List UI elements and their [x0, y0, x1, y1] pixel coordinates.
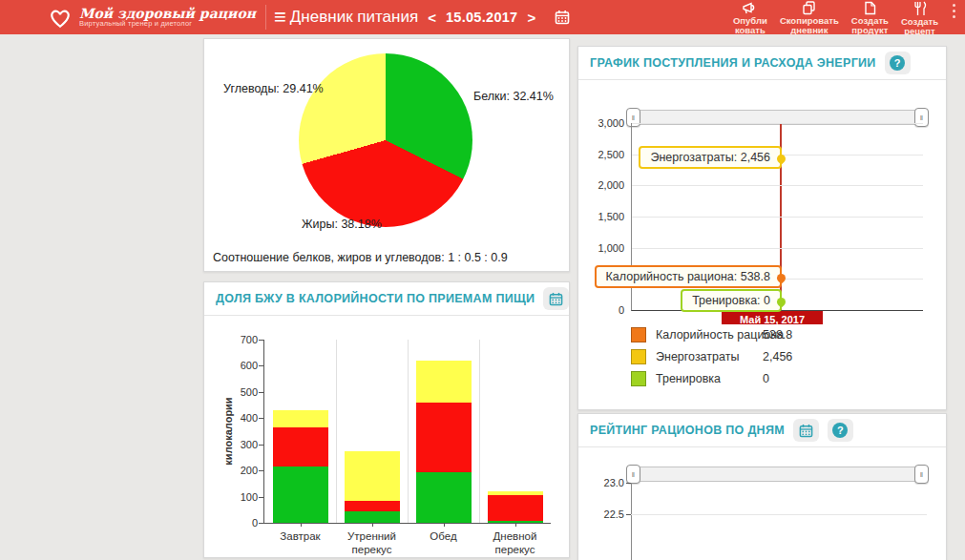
legend-swatch: [631, 349, 646, 364]
more-options-kebab-icon[interactable]: [953, 1, 955, 20]
legend-label: Тренировка: [656, 372, 721, 385]
y-tick-label: 600: [220, 360, 258, 371]
bar-segment-Жиры: [488, 495, 543, 521]
legend-row: Энергозатраты2,456: [631, 345, 889, 367]
legend-swatch: [631, 371, 646, 386]
legend-value: 0: [763, 372, 769, 385]
bju-by-meal-card: ДОЛЯ БЖУ В КАЛОРИЙНОСТИ ПО ПРИЕМАМ ПИЩИ …: [203, 281, 570, 558]
bju-by-meal-header: ДОЛЯ БЖУ В КАЛОРИЙНОСТИ ПО ПРИЕМАМ ПИЩИ …: [204, 282, 569, 316]
calendar-icon[interactable]: [793, 419, 819, 442]
energy-gridline: [632, 248, 923, 249]
megaphone-icon: [742, 1, 759, 15]
bar-segment-Жиры: [273, 427, 328, 467]
create-recipe-button[interactable]: Создать рецепт: [901, 1, 938, 37]
y-tick-label: 100: [220, 491, 258, 503]
bar-gridline: [479, 340, 480, 523]
bar-segment-Углеводы: [345, 451, 400, 501]
rating-header: РЕЙТИНГ РАЦИОНОВ ПО ДНЯМ ?: [578, 414, 946, 447]
calendar-icon[interactable]: [555, 10, 570, 25]
y-tick-label: 0: [220, 517, 258, 529]
x-tick: [301, 523, 302, 527]
cutlery-icon: [913, 1, 927, 16]
y-tick-label: 400: [220, 412, 258, 424]
bar-segment-Белки: [345, 511, 400, 523]
energy-header: ГРАФИК ПОСТУПЛЕНИЯ И РАСХОДА ЭНЕРГИИ ?: [578, 47, 946, 80]
rating-y-axis: [631, 483, 632, 560]
publish-label: Опубли ковать: [733, 16, 767, 36]
pie-label-fat: Жиры: 38.18%: [302, 218, 382, 231]
copy-diary-label: Скопировать дневник: [780, 16, 839, 36]
pie-label-protein: Белки: 32.41%: [473, 90, 554, 103]
legend-value: 538.8: [763, 328, 792, 342]
y-tick: [259, 523, 263, 524]
bar-segment-Жиры: [345, 501, 400, 511]
bar-gridline: [336, 340, 337, 523]
heart-logo-icon: [48, 6, 73, 29]
rating-range-slider[interactable]: ‖ ‖: [626, 467, 929, 482]
help-button[interactable]: ?: [828, 419, 853, 442]
slider-handle-right[interactable]: ‖: [914, 465, 929, 484]
bar-segment-Углеводы: [416, 361, 472, 403]
pie-ratio-note: Соотношение белков, жиров и углеводов: 1…: [213, 251, 508, 264]
energy-gridline: [632, 217, 923, 218]
current-date[interactable]: 15.05.2017: [446, 10, 518, 25]
y-tick: [259, 418, 263, 419]
x-category-label: Дневной перекус: [479, 529, 551, 557]
publish-button[interactable]: Опубли ковать: [733, 1, 767, 36]
y-tick-label: 2,500: [584, 149, 624, 160]
y-tick-label: 200: [220, 465, 258, 476]
meal-bar[interactable]: [345, 451, 400, 523]
x-tick: [444, 523, 445, 527]
help-icon: ?: [890, 55, 905, 71]
bju-pie-chart[interactable]: [299, 53, 472, 227]
menu-hamburger-icon[interactable]: ≡: [274, 7, 286, 28]
help-icon: ?: [832, 423, 848, 438]
y-tick: [259, 340, 263, 341]
legend-row: Калорийность рациона538.8: [631, 323, 889, 345]
y-tick: [259, 392, 263, 393]
x-tick: [372, 523, 373, 527]
pie-label-carbs: Углеводы: 29.41%: [223, 82, 324, 95]
prev-day-button[interactable]: <: [428, 10, 436, 26]
slider-handle-left[interactable]: ‖: [626, 465, 640, 484]
help-button[interactable]: ?: [885, 52, 911, 74]
bar-segment-Углеводы: [273, 410, 328, 427]
bju-by-meal-title: ДОЛЯ БЖУ В КАЛОРИЙНОСТИ ПО ПРИЕМАМ ПИЩИ: [216, 292, 535, 305]
create-product-button[interactable]: Создать продукт: [851, 1, 889, 36]
meal-bar[interactable]: [488, 491, 543, 523]
y-tick-label: 1,000: [584, 242, 624, 254]
meal-bar[interactable]: [273, 410, 328, 523]
y-tick: [259, 445, 263, 446]
x-category-label: Завтрак: [264, 529, 336, 543]
x-tick: [515, 523, 516, 527]
y-tick-label: 700: [220, 334, 258, 345]
x-category-label: Утренний перекус: [336, 529, 408, 557]
next-day-button[interactable]: >: [527, 10, 535, 26]
y-tick-label: 2,000: [584, 179, 624, 191]
y-tick-label: 3,000: [584, 117, 624, 129]
bar-segment-Белки: [273, 467, 328, 523]
y-tick-label: 500: [220, 386, 258, 398]
copy-diary-button[interactable]: Скопировать дневник: [780, 1, 839, 36]
header-actions: Опубли ковать Скопировать дневник Создат…: [733, 0, 965, 36]
y-tick-label: 0: [584, 304, 624, 316]
y-tick-label: 300: [220, 439, 258, 450]
calendar-icon[interactable]: [543, 287, 569, 310]
app-root: Мой здоровый рацион Виртуальный тренер и…: [0, 0, 965, 560]
value-tooltip-calories: Калорийность рациона: 538.8: [595, 265, 782, 288]
legend-label: Энергозатраты: [656, 350, 739, 363]
bju-bar-plot[interactable]: ЗавтракУтренний перекусОбедДневной перек…: [263, 340, 551, 524]
rating-card: РЕЙТИНГ РАЦИОНОВ ПО ДНЯМ ? ‖: [577, 413, 947, 560]
energy-legend: Калорийность рациона538.8Энергозатраты2,…: [631, 323, 889, 389]
copy-icon: [801, 1, 817, 15]
bar-gridline: [408, 340, 409, 523]
top-header: Мой здоровый рацион Виртуальный тренер и…: [0, 0, 965, 34]
document-icon: [863, 1, 877, 15]
logo[interactable]: Мой здоровый рацион Виртуальный тренер и…: [0, 6, 256, 29]
meal-bar[interactable]: [416, 361, 472, 523]
x-category-label: Обед: [408, 529, 479, 543]
create-recipe-label: Создать рецепт: [901, 17, 938, 37]
y-tick-label: 1,500: [584, 211, 624, 222]
y-tick: [626, 483, 631, 484]
create-product-label: Создать продукт: [851, 16, 889, 36]
